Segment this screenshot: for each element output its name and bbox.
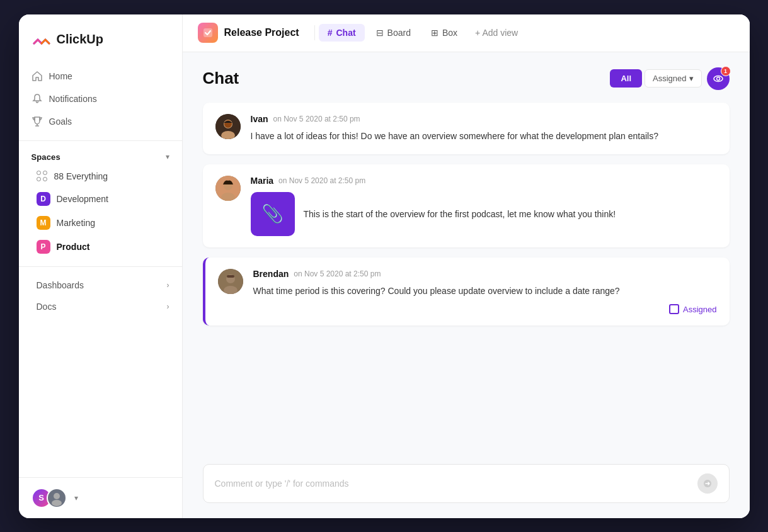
divider-1 — [19, 140, 182, 141]
box-tab-icon: ⊞ — [431, 28, 438, 38]
attachment-icon[interactable]: 📎 — [251, 192, 295, 236]
project-title: Release Project — [224, 27, 299, 38]
sidebar-item-dashboards[interactable]: Dashboards › — [24, 275, 177, 295]
goals-label: Goals — [49, 116, 72, 127]
watch-badge: 1 — [721, 66, 731, 76]
sidebar: ClickUp Home Notifications — [19, 14, 183, 518]
assigned-label: Assigned — [683, 305, 716, 314]
assigned-badge: Assigned — [253, 304, 717, 314]
filter-all-button[interactable]: All — [610, 69, 642, 88]
maria-attachment: 📎 This is the start of the overview for … — [251, 192, 717, 236]
maria-message-body: Maria on Nov 5 2020 at 2:50 pm 📎 This is… — [251, 176, 717, 236]
user-avatars: S — [32, 488, 67, 508]
brendan-timestamp: on Nov 5 2020 at 2:50 pm — [294, 269, 381, 278]
product-label: Product — [57, 242, 90, 252]
comment-bar: Comment or type '/' for commands — [203, 464, 730, 503]
topbar-divider — [314, 25, 315, 40]
avatar-maria — [215, 176, 241, 201]
filter-assigned-label: Assigned — [653, 74, 686, 83]
maria-timestamp: on Nov 5 2020 at 2:50 pm — [278, 176, 365, 185]
development-badge: D — [37, 192, 50, 206]
divider-2 — [19, 266, 182, 267]
sidebar-item-goals[interactable]: Goals — [24, 110, 177, 133]
avatar-b — [47, 488, 67, 508]
marketing-label: Marketing — [57, 218, 95, 228]
spaces-header[interactable]: Spaces ▾ — [19, 149, 182, 166]
board-tab-label: Board — [387, 28, 411, 38]
brendan-msg-header: Brendan on Nov 5 2020 at 2:50 pm — [253, 269, 717, 279]
sidebar-bottom: S ▾ — [19, 477, 182, 518]
assigned-checkbox[interactable] — [669, 304, 679, 314]
brendan-name: Brendan — [253, 269, 289, 279]
board-tab-icon: ⊟ — [376, 28, 384, 38]
brendan-message-body: Brendan on Nov 5 2020 at 2:50 pm What ti… — [253, 269, 717, 314]
development-label: Development — [57, 194, 109, 204]
maria-message-text: This is the start of the overview for th… — [304, 207, 616, 221]
send-icon — [702, 478, 713, 489]
svg-point-4 — [716, 77, 719, 80]
watch-button[interactable]: 1 — [707, 67, 730, 90]
spaces-label: Spaces — [32, 152, 60, 162]
box-tab-label: Box — [442, 28, 457, 38]
clickup-logo-icon — [32, 30, 52, 50]
avatar-ivan — [215, 114, 241, 139]
svg-point-0 — [54, 493, 60, 499]
sidebar-item-development[interactable]: D Development — [24, 188, 177, 210]
home-label: Home — [49, 71, 72, 81]
comment-placeholder: Comment or type '/' for commands — [215, 478, 349, 489]
sidebar-item-notifications[interactable]: Notifications — [24, 88, 177, 110]
everything-label: 88 Everything — [54, 171, 108, 181]
sidebar-item-marketing[interactable]: M Marketing — [24, 212, 177, 234]
message-ivan: Ivan on Nov 5 2020 at 2:50 pm I have a l… — [203, 103, 730, 154]
docs-label: Docs — [37, 302, 57, 312]
brendan-message-text: What time period is this covering? Could… — [253, 284, 717, 298]
bell-icon — [32, 93, 43, 105]
home-icon — [32, 71, 43, 82]
spaces-chevron-icon: ▾ — [166, 152, 169, 161]
tab-box[interactable]: ⊞ Box — [422, 24, 466, 42]
messages-list: Ivan on Nov 5 2020 at 2:50 pm I have a l… — [203, 103, 730, 326]
chat-area: Chat All Assigned ▾ 1 — [183, 52, 750, 464]
app-name: ClickUp — [57, 32, 103, 47]
filter-chevron-icon: ▾ — [689, 74, 694, 83]
everything-icon — [37, 171, 48, 182]
ivan-timestamp: on Nov 5 2020 at 2:50 pm — [273, 115, 360, 123]
ivan-message-text: I have a lot of ideas for this! Do we ha… — [251, 129, 717, 143]
app-container: ClickUp Home Notifications — [19, 14, 750, 518]
message-maria: Maria on Nov 5 2020 at 2:50 pm 📎 This is… — [203, 164, 730, 247]
chat-tab-icon: # — [328, 28, 333, 38]
product-badge: P — [37, 240, 50, 254]
ivan-msg-header: Ivan on Nov 5 2020 at 2:50 pm — [251, 114, 717, 124]
filter-assigned-dropdown[interactable]: Assigned ▾ — [645, 69, 701, 88]
avatar-brendan — [218, 269, 243, 294]
sidebar-item-home[interactable]: Home — [24, 65, 177, 88]
maria-name: Maria — [251, 176, 274, 186]
sidebar-nav: Home Notifications Goals — [19, 65, 182, 133]
chat-tab-label: Chat — [336, 28, 355, 38]
dashboards-chevron-icon: › — [167, 281, 169, 290]
project-icon — [198, 23, 218, 43]
maria-msg-header: Maria on Nov 5 2020 at 2:50 pm — [251, 176, 717, 186]
ivan-name: Ivan — [251, 114, 268, 124]
sidebar-item-everything[interactable]: 88 Everything — [24, 166, 177, 186]
tab-chat[interactable]: # Chat — [319, 24, 365, 42]
sidebar-item-product[interactable]: P Product — [24, 235, 177, 258]
marketing-badge: M — [37, 216, 50, 230]
docs-chevron-icon: › — [167, 302, 169, 311]
chat-filters: All Assigned ▾ — [610, 69, 701, 88]
ivan-message-body: Ivan on Nov 5 2020 at 2:50 pm I have a l… — [251, 114, 717, 143]
notifications-label: Notifications — [49, 94, 97, 104]
chat-title: Chat — [203, 69, 239, 88]
send-button[interactable] — [697, 473, 718, 494]
add-view-button[interactable]: + Add view — [467, 24, 525, 42]
svg-point-1 — [52, 500, 62, 506]
message-brendan: Brendan on Nov 5 2020 at 2:50 pm What ti… — [203, 258, 730, 325]
sidebar-item-docs[interactable]: Docs › — [24, 297, 177, 317]
topbar: Release Project # Chat ⊟ Board ⊞ Box + A… — [183, 14, 750, 52]
add-view-label: + Add view — [475, 28, 518, 38]
user-menu-chevron[interactable]: ▾ — [74, 494, 78, 502]
main-content: Release Project # Chat ⊟ Board ⊞ Box + A… — [183, 14, 750, 518]
logo: ClickUp — [19, 30, 182, 65]
trophy-icon — [32, 116, 43, 127]
tab-board[interactable]: ⊟ Board — [367, 24, 420, 42]
